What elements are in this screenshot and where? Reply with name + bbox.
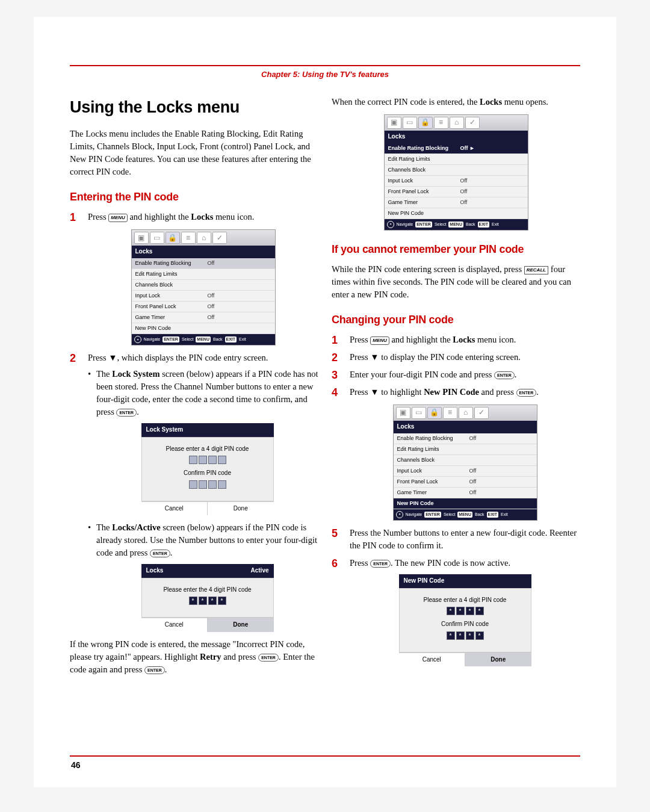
text: and press [221,652,259,662]
osd-row: Front Panel LockOff [132,302,275,312]
pin-box [189,456,197,464]
osd-label: Channels Block [397,456,469,464]
osd-label: Front Panel Lock [397,478,469,486]
osd-lock-system: Lock System Please enter a 4 digit PIN c… [141,423,274,515]
osd-row: Channels Block [132,280,275,291]
pin-box [199,480,207,489]
prompt: Please enter the 4 digit PIN code [147,586,268,595]
tab-icon: ▭ [412,407,426,419]
sub-lock-system: The Lock System screen (below) appears i… [88,368,318,515]
chevron-right-icon: ► [469,144,475,152]
pin-boxes: **** [404,631,526,640]
osd-list: Enable Rating BlockingOff Edit Rating Li… [394,433,537,509]
tab-icon: ▭ [403,117,417,129]
osd-nav-label: Navigate [144,336,161,342]
intro-paragraph: The Locks menu includes the Enable Ratin… [70,128,318,178]
osd-buttons: Cancel Done [141,501,274,516]
osd-row: Input LockOff [394,466,537,477]
text: and highlight the [389,335,453,344]
osd-body: Please enter the 4 digit PIN code **** [141,578,274,618]
osd-title: Lock System [146,426,184,435]
osd-title: Locks [385,131,528,143]
heading-changing: Changing your PIN code [332,312,580,327]
osd-row: New PIN Code [385,208,528,219]
osd-row: Game TimerOff [132,312,275,323]
tab-icon: ▣ [387,117,401,129]
enter-tag: ENTER [162,336,179,342]
pin-box: * [447,631,455,640]
locks-word: Locks [191,212,213,222]
text: . [515,370,517,379]
wrong-pin-paragraph: If the wrong PIN code is entered, the me… [70,638,318,676]
pin-box [218,456,226,464]
text: . The new PIN code is now active. [391,558,510,568]
osd-label: Enable Rating Blocking [397,435,469,442]
text: While the PIN code entering screen is di… [332,264,524,274]
tab-icon: ⌂ [450,117,464,129]
osd-title: Locks [394,421,537,433]
cancel-button: Cancel [399,653,466,667]
arrow-down-icon: ▼ [370,352,379,362]
pin-box: * [208,597,217,605]
tab-icon: ▭ [150,232,164,244]
osd-row: Enable Rating BlockingOff [394,433,537,444]
osd-locks-active: Locks Active Please enter the 4 digit PI… [141,564,274,632]
pin-boxes [147,480,268,489]
tab-icon: ≡ [443,407,457,419]
chapter-header: Chapter 5: Using the TV's features [70,70,580,79]
osd-label: Input Lock [397,467,469,475]
osd-bar: New PIN Code [399,574,531,588]
text: The [96,522,112,532]
correct-pin-line: When the correct PIN code is entered, th… [332,96,580,108]
osd-val: Off [208,292,215,300]
pin-box: * [456,607,465,615]
pin-box [208,456,217,464]
bold: Lock System [112,369,159,379]
osd-label: Edit Rating Limits [388,155,460,163]
arrow-down-icon: ▼ [370,387,379,397]
text: Enter your four-digit PIN code and press [350,370,494,379]
nav-icon: ✦ [396,511,403,518]
lock-icon: 🔒 [427,407,442,419]
tab-icon: ✓ [465,117,480,129]
pin-box [218,480,226,489]
enter-key-icon: ENTER [258,654,279,662]
enter-key-icon: ENTER [116,409,137,417]
osd-row: Edit Rating Limits [394,444,537,455]
osd-row: Edit Rating Limits [132,269,275,280]
tab-icon: ⌂ [197,232,211,244]
osd-tabs: ▣ ▭ 🔒 ≡ ⌂ ✓ [394,405,537,421]
cstep-2: Press ▼ to display the PIN code entering… [332,351,580,364]
heading-entering-pin: Entering the PIN code [70,189,318,205]
osd-val: Off [460,199,468,206]
pin-box [189,480,197,489]
osd-buttons: Cancel Done [399,652,531,667]
text: Press [350,352,370,362]
text: . [170,548,173,557]
osd-val: Off [208,303,215,311]
osd-label: Game Timer [135,314,208,321]
osd-val: Off [460,188,468,196]
exit-tag: EXIT [225,336,237,342]
tab-icon: ✓ [474,407,489,419]
cstep-5: Press the Number buttons to enter a new … [332,527,580,552]
recall-key-icon: RECALL [524,266,548,274]
osd-row: Edit Rating Limits [385,154,528,165]
right-column: When the correct PIN code is entered, th… [332,96,580,676]
osd-exit-label: Exit [501,512,508,518]
pin-box: * [466,631,474,640]
osd-bar: Lock System [141,423,274,437]
osd-label: Channels Block [388,166,460,174]
tab-icon: ⌂ [459,407,473,419]
text: Press [350,558,370,568]
tab-icon: ≡ [434,117,448,129]
osd-val: Off [469,489,477,497]
osd-locks-menu-2: ▣ ▭ 🔒 ≡ ⌂ ✓ Locks Enable Rating Blocking… [384,114,528,231]
text: When the correct PIN code is entered, th… [332,97,480,107]
osd-label: New PIN Code [388,209,460,217]
osd-row: Enable Rating BlockingOff [132,258,275,269]
tab-icon: ▣ [134,232,149,244]
pin-box: * [475,607,484,615]
exit-tag: EXIT [487,512,499,518]
enter-key-icon: ENTER [494,371,515,379]
